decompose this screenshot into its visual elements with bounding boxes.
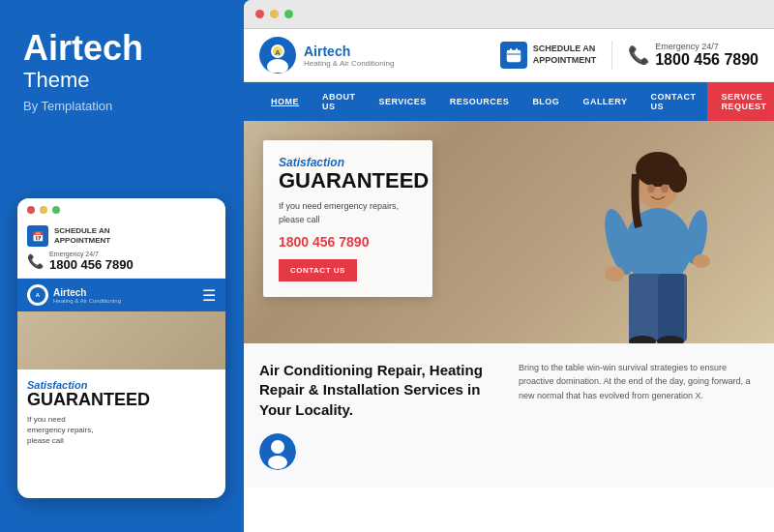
svg-point-29 xyxy=(268,456,287,469)
hamburger-icon[interactable]: ☰ xyxy=(202,286,216,305)
nav-item-blog[interactable]: BLOG xyxy=(521,87,571,116)
header-phone-info: Emergency 24/7 1800 456 7890 xyxy=(655,42,759,69)
brand-subtitle: Theme xyxy=(23,68,217,93)
mobile-phone-info: Emergency 24/7 1800 456 7890 xyxy=(49,251,134,272)
svg-point-26 xyxy=(661,185,669,193)
dot-green xyxy=(52,206,60,214)
service-icon-1 xyxy=(259,433,296,470)
svg-rect-6 xyxy=(507,50,521,54)
mobile-mockup: 📅 SCHEDULE AN APPOINTMENT 📞 Emergency 24… xyxy=(17,198,225,498)
mobile-content: Satisfaction GUARANTEED If you need emer… xyxy=(17,369,225,456)
browser-dot-red xyxy=(255,10,264,18)
header-phone: 📞 Emergency 24/7 1800 456 7890 xyxy=(628,42,759,69)
browser-dot-yellow xyxy=(270,10,279,18)
svg-text:A: A xyxy=(275,48,281,57)
mobile-top-bar xyxy=(17,198,225,220)
right-panel: A Airtech Heating & Air Conditioning xyxy=(244,0,774,532)
nav-item-services[interactable]: SERVICES xyxy=(368,87,438,116)
site-logo-area: A Airtech Heating & Air Conditioning xyxy=(259,37,394,74)
dot-red xyxy=(27,206,35,214)
site-nav: HOME ABOUT US SERVICES RESOURCES BLOG GA… xyxy=(244,82,774,121)
nav-item-gallery[interactable]: GALLERY xyxy=(571,87,639,116)
brand-by: By Templatation xyxy=(23,99,217,113)
svg-rect-8 xyxy=(516,48,518,52)
browser-chrome xyxy=(244,0,774,29)
hero-section: Satisfaction GUARANTEED If you need emer… xyxy=(244,121,774,343)
mobile-schedule-text: SCHEDULE AN APPOINTMENT xyxy=(54,226,110,245)
below-hero-icons xyxy=(259,433,499,470)
svg-point-18 xyxy=(605,266,624,281)
website-container: A Airtech Heating & Air Conditioning xyxy=(244,29,774,532)
mobile-logo: A xyxy=(27,284,48,306)
site-header: A Airtech Heating & Air Conditioning xyxy=(244,29,774,82)
below-hero-left: Air Conditioning Repair, Heating Repair … xyxy=(259,361,499,470)
svg-point-19 xyxy=(693,254,710,268)
brand-title: Airtech xyxy=(23,29,217,68)
mobile-nav-bar: A Airtech Heating & Air Conditioning ☰ xyxy=(17,279,225,311)
phone-icon: 📞 xyxy=(27,253,44,269)
below-hero-section: Air Conditioning Repair, Heating Repair … xyxy=(244,343,774,488)
hero-contact-btn[interactable]: CONTACT US xyxy=(279,259,357,281)
svg-rect-22 xyxy=(658,274,684,341)
dot-yellow xyxy=(40,206,47,214)
nav-service-request[interactable]: SERVICE REQUEST xyxy=(707,82,774,121)
nav-item-home[interactable]: HOME xyxy=(259,87,311,116)
svg-rect-7 xyxy=(510,48,512,52)
header-calendar-icon xyxy=(500,42,527,69)
svg-point-25 xyxy=(647,185,655,193)
header-phone-icon: 📞 xyxy=(628,44,649,66)
site-header-right: SCHEDULE AN APPOINTMENT 📞 Emergency 24/7… xyxy=(500,41,759,70)
svg-rect-21 xyxy=(629,274,655,341)
calendar-icon: 📅 xyxy=(27,225,48,247)
mobile-logo-row: A Airtech Heating & Air Conditioning xyxy=(27,284,121,306)
mobile-hero-bg xyxy=(17,311,225,369)
mobile-brand-area: Airtech Heating & Air Conditioning xyxy=(53,287,121,304)
left-panel: Airtech Theme By Templatation 📅 SCHEDULE… xyxy=(0,0,240,532)
mobile-header-section: 📅 SCHEDULE AN APPOINTMENT 📞 Emergency 24… xyxy=(17,220,225,279)
site-logo-circle: A xyxy=(259,37,296,74)
hero-card: Satisfaction GUARANTEED If you need emer… xyxy=(263,140,432,297)
mobile-phone-row: 📞 Emergency 24/7 1800 456 7890 xyxy=(27,251,216,272)
nav-item-contact[interactable]: CONTACT US xyxy=(640,82,708,121)
mobile-schedule-row: 📅 SCHEDULE AN APPOINTMENT xyxy=(27,225,216,247)
browser-dot-green xyxy=(284,10,293,18)
header-schedule-text: SCHEDULE AN APPOINTMENT xyxy=(533,44,597,66)
svg-point-28 xyxy=(271,440,284,454)
svg-point-13 xyxy=(668,165,687,192)
header-schedule: SCHEDULE AN APPOINTMENT xyxy=(500,42,597,69)
site-brand-text: Airtech Heating & Air Conditioning xyxy=(304,44,394,68)
nav-item-resources[interactable]: RESOURCES xyxy=(438,87,521,116)
header-divider xyxy=(611,41,612,70)
nav-item-about[interactable]: ABOUT US xyxy=(311,82,368,121)
hero-person xyxy=(542,131,735,343)
below-hero-right: Bring to the table win-win survival stra… xyxy=(519,361,759,470)
